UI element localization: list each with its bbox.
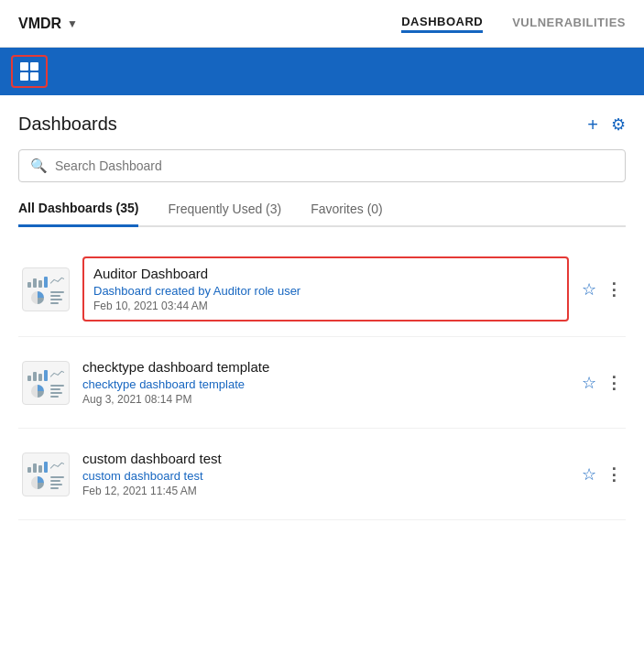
dashboard-info[interactable]: checktype dashboard template checktype d… [82, 352, 569, 413]
settings-button[interactable]: ⚙ [611, 114, 626, 135]
thumb-pie-icon [27, 290, 48, 306]
dashboard-date: Feb 12, 2021 11:45 AM [82, 485, 569, 497]
list-item: custom dashboard test custom dashboard t… [18, 429, 626, 520]
dashboard-date: Aug 3, 2021 08:14 PM [82, 393, 569, 406]
thumb-bar-icon [27, 366, 48, 382]
tab-all-dashboards[interactable]: All Dashboards (35) [18, 201, 138, 227]
item-actions: ☆ ⋮ [582, 466, 622, 483]
thumb-pie-icon [27, 475, 48, 491]
add-dashboard-button[interactable]: + [587, 115, 598, 134]
dashboards-title: Dashboards [18, 114, 117, 135]
dashboard-desc: checktype dashboard template [82, 377, 569, 391]
dashboard-grid-icon [20, 62, 38, 81]
thumb-list-icon [50, 384, 64, 399]
header-actions: + ⚙ [587, 114, 626, 135]
nav-links: DASHBOARD VULNERABILITIES [401, 15, 626, 33]
dashboard-name: checktype dashboard template [82, 359, 569, 375]
tabs: All Dashboards (35) Frequently Used (3) … [18, 201, 626, 227]
tab-frequently-used[interactable]: Frequently Used (3) [168, 202, 281, 225]
list-item: checktype dashboard template checktype d… [18, 337, 626, 429]
thumb-bar-icon [27, 458, 48, 474]
dashboard-list: Auditor Dashboard Dashboard created by A… [18, 242, 626, 520]
search-icon: 🔍 [30, 158, 48, 174]
search-input[interactable] [55, 158, 614, 173]
app-title: VMDR [18, 16, 61, 32]
more-options-button[interactable]: ⋮ [606, 281, 622, 298]
dashboard-thumbnail [22, 361, 70, 405]
dashboard-view-button[interactable] [11, 55, 48, 88]
nav-vulnerabilities-link[interactable]: VULNERABILITIES [512, 16, 626, 31]
search-bar: 🔍 [18, 149, 626, 182]
dashboard-desc: Dashboard created by Auditor role user [93, 284, 558, 298]
main-content: Dashboards + ⚙ 🔍 All Dashboards (35) Fre… [0, 95, 644, 520]
dropdown-arrow-icon[interactable]: ▼ [67, 17, 78, 30]
dashboards-header: Dashboards + ⚙ [18, 114, 626, 135]
thumb-list-icon [50, 475, 64, 491]
more-options-button[interactable]: ⋮ [606, 375, 622, 391]
top-nav: VMDR ▼ DASHBOARD VULNERABILITIES [0, 0, 644, 48]
dashboard-date: Feb 10, 2021 03:44 AM [93, 300, 558, 312]
thumb-list-icon [50, 290, 64, 306]
nav-brand: VMDR ▼ [18, 16, 78, 32]
item-actions: ☆ ⋮ [582, 375, 622, 391]
favorite-button[interactable]: ☆ [582, 466, 596, 483]
thumb-line-icon [50, 366, 64, 382]
thumb-bar-icon [27, 273, 48, 289]
dashboard-desc: custom dashboard test [82, 469, 569, 483]
more-options-button[interactable]: ⋮ [606, 466, 622, 483]
item-actions: ☆ ⋮ [582, 281, 622, 298]
list-item: Auditor Dashboard Dashboard created by A… [18, 242, 626, 337]
nav-dashboard-link[interactable]: DASHBOARD [401, 15, 483, 33]
thumb-line-icon [50, 458, 64, 474]
thumb-pie-icon [27, 384, 48, 399]
dashboard-thumbnail [22, 267, 70, 311]
favorite-button[interactable]: ☆ [582, 281, 596, 298]
toolbar [0, 48, 644, 95]
dashboard-name: custom dashboard test [82, 451, 569, 466]
dashboard-name: Auditor Dashboard [93, 266, 558, 281]
tab-favorites[interactable]: Favorites (0) [311, 202, 383, 225]
dashboard-thumbnail [22, 452, 70, 496]
dashboard-info[interactable]: Auditor Dashboard Dashboard created by A… [82, 256, 569, 322]
thumb-line-icon [50, 273, 64, 289]
favorite-button[interactable]: ☆ [582, 375, 596, 391]
dashboard-info[interactable]: custom dashboard test custom dashboard t… [82, 443, 569, 505]
